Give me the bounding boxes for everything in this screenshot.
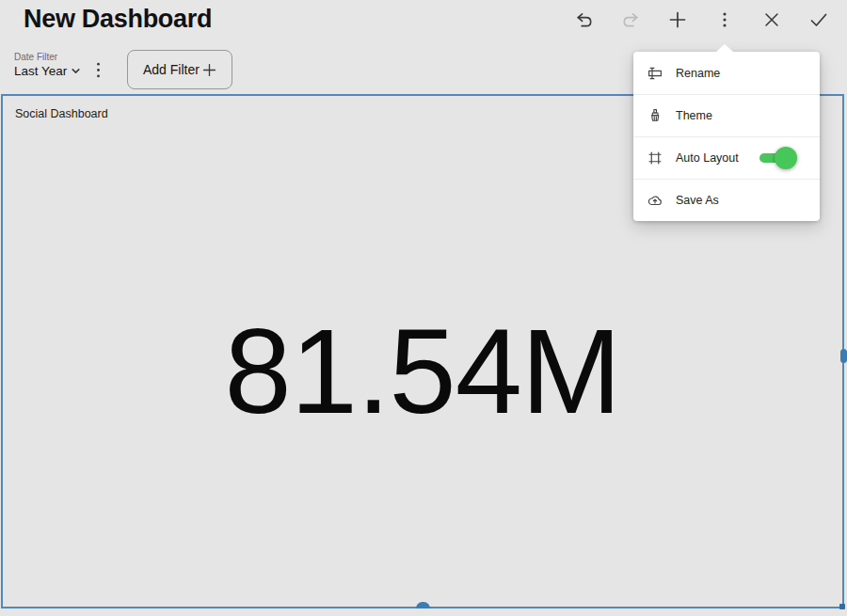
title-bar: New Dashboard xyxy=(0,0,847,45)
toggle-knob xyxy=(775,147,797,169)
menu-item-auto-layout[interactable]: Auto Layout xyxy=(633,136,820,179)
redo-button[interactable] xyxy=(619,8,642,31)
auto-layout-toggle[interactable] xyxy=(759,147,797,169)
chevron-down-icon xyxy=(71,66,81,76)
plus-icon xyxy=(200,61,218,79)
close-icon xyxy=(761,9,782,30)
more-options-button[interactable] xyxy=(713,8,736,31)
menu-item-label: Rename xyxy=(676,67,720,80)
check-icon xyxy=(807,8,830,31)
add-widget-button[interactable] xyxy=(666,8,689,31)
rename-icon xyxy=(647,65,663,82)
page-title: New Dashboard xyxy=(24,5,212,34)
date-filter-label: Date Filter xyxy=(14,52,81,62)
menu-caret xyxy=(716,44,733,52)
toolbar xyxy=(572,8,830,31)
resize-handle-corner[interactable] xyxy=(839,604,845,609)
undo-button[interactable] xyxy=(572,8,595,31)
theme-icon xyxy=(647,107,663,124)
resize-handle-bottom[interactable] xyxy=(416,602,430,608)
redo-icon xyxy=(620,9,642,31)
widget-title: Social Dashboard xyxy=(15,107,108,120)
save-as-icon xyxy=(647,192,663,209)
undo-icon xyxy=(573,9,595,31)
menu-item-label: Save As xyxy=(676,194,719,207)
plus-icon xyxy=(666,8,689,31)
close-button[interactable] xyxy=(760,8,783,31)
metric-value: 81.54M xyxy=(3,308,842,434)
menu-item-theme[interactable]: Theme xyxy=(633,94,820,136)
confirm-button[interactable] xyxy=(807,8,830,31)
add-filter-button[interactable]: Add Filter xyxy=(127,50,232,89)
date-filter-more-button[interactable] xyxy=(90,56,105,83)
menu-item-label: Theme xyxy=(676,109,712,122)
date-filter-value: Last Year xyxy=(14,64,67,78)
menu-item-label: Auto Layout xyxy=(676,151,739,165)
date-filter-dropdown[interactable]: Date Filter Last Year xyxy=(14,52,81,78)
menu-item-save-as[interactable]: Save As xyxy=(633,179,820,221)
more-options-menu: Rename Theme Auto Layout xyxy=(633,52,820,221)
menu-item-rename[interactable]: Rename xyxy=(633,52,820,94)
kebab-icon xyxy=(91,61,105,79)
add-filter-label: Add Filter xyxy=(143,62,200,77)
auto-layout-icon xyxy=(647,150,663,166)
resize-handle-right[interactable] xyxy=(840,349,847,363)
kebab-icon xyxy=(714,9,735,30)
